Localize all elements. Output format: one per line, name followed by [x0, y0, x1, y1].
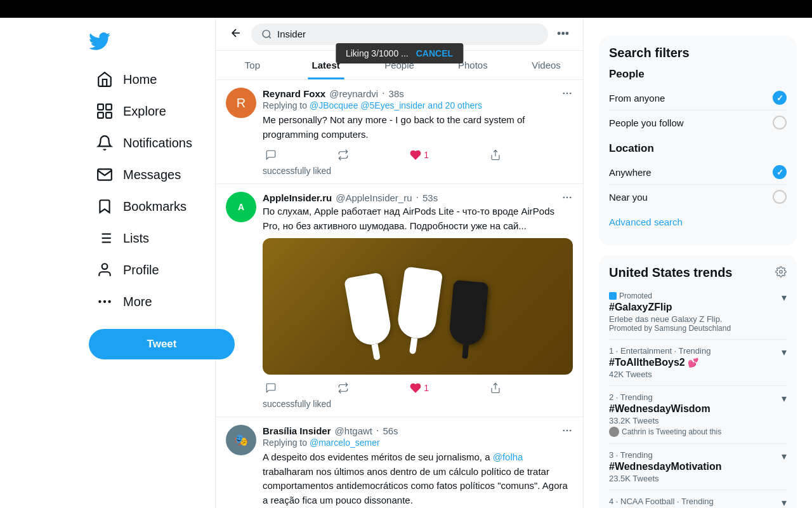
- trend-item-4[interactable]: 3 · Trending #WednesdayMotivation 23.5K …: [609, 444, 787, 490]
- tweet-actions-2: 1: [263, 380, 504, 396]
- sidebar-item-bookmarks[interactable]: Bookmarks: [89, 192, 215, 221]
- tweet-handle-1: @reynardvi: [329, 88, 378, 99]
- sidebar: Home Explore Notifications Messages Book…: [0, 0, 216, 508]
- svg-point-19: [570, 93, 572, 94]
- mail-icon: [96, 166, 113, 183]
- more-options-button[interactable]: •••: [553, 23, 573, 44]
- tweet-actions-1: 1: [263, 147, 504, 163]
- filter-anywhere[interactable]: Anywhere: [609, 160, 787, 185]
- trends-section: United States trends Promoted #GalaxyZFl…: [599, 255, 797, 508]
- svg-point-13: [99, 301, 100, 302]
- trend-item-3[interactable]: 2 · Trending #WednesdayWisdom 33.2K Twee…: [609, 386, 787, 444]
- svg-point-12: [109, 301, 110, 302]
- svg-rect-3: [106, 112, 112, 118]
- tweet-liked-status-1: successfully liked: [263, 166, 573, 176]
- tab-top[interactable]: Top: [216, 51, 289, 79]
- tweet-body-2: AppleInsider.ru @AppleInsider_ru · 53s П…: [263, 192, 573, 409]
- filter-people-you-follow-label: People you follow: [609, 117, 684, 128]
- sidebar-item-explore[interactable]: Explore: [89, 97, 215, 126]
- filter-people-you-follow[interactable]: People you follow: [609, 110, 787, 135]
- filter-anywhere-label: Anywhere: [609, 167, 652, 178]
- tweet-reply-handle-1[interactable]: @JBocquee @5Eyes_insider and 20 others: [310, 100, 482, 110]
- svg-point-32: [780, 270, 783, 273]
- tab-videos[interactable]: Videos: [509, 51, 583, 79]
- airpod-white-2: [396, 266, 443, 340]
- tweet-header-2: AppleInsider.ru @AppleInsider_ru · 53s: [263, 192, 573, 203]
- trend-avatar-3: [609, 427, 619, 437]
- svg-point-15: [263, 30, 270, 37]
- trends-title: United States trends: [609, 265, 732, 280]
- search-input-wrap: [251, 23, 548, 45]
- like-cancel-button[interactable]: CANCEL: [416, 48, 453, 58]
- twitter-logo[interactable]: [89, 30, 110, 55]
- svg-point-22: [566, 197, 568, 198]
- tweet-share-button-2[interactable]: [487, 380, 504, 396]
- trend-tweets-3: 33.2K Tweets: [609, 416, 787, 425]
- trend-chevron-1[interactable]: ▾: [782, 291, 787, 304]
- sidebar-item-label-bookmarks: Bookmarks: [123, 199, 187, 214]
- svg-point-28: [563, 430, 565, 431]
- sidebar-item-lists[interactable]: Lists: [89, 224, 215, 253]
- svg-point-24: [563, 197, 565, 198]
- sidebar-item-home[interactable]: Home: [89, 65, 215, 94]
- tweet-reply-handle-3[interactable]: @marcelo_semer: [310, 438, 380, 448]
- settings-icon[interactable]: [775, 266, 787, 280]
- trend-chevron-3[interactable]: ▾: [782, 392, 787, 404]
- trend-chevron-2[interactable]: ▾: [782, 346, 787, 358]
- bookmark-icon: [96, 198, 113, 215]
- trend-chevron-5[interactable]: ▾: [782, 497, 787, 508]
- tweet-more-button-2[interactable]: [561, 192, 573, 206]
- filter-people-you-follow-check[interactable]: [773, 116, 787, 130]
- tweet-text-1: Me personally? Not any more - I go back …: [263, 113, 573, 142]
- tweet-time-1: 38s: [389, 88, 404, 99]
- search-input[interactable]: [277, 29, 538, 39]
- filter-people-label: People: [609, 68, 787, 81]
- tweet-more-button-1[interactable]: [561, 88, 573, 102]
- tweet-reply-button-1[interactable]: [263, 147, 279, 163]
- filter-near-you-check[interactable]: [773, 190, 787, 204]
- sidebar-item-more[interactable]: More: [89, 287, 215, 316]
- tweet-link-folha[interactable]: @folha: [493, 451, 523, 462]
- trend-meta-5: 4 · NCAA Football · Trending: [609, 497, 787, 506]
- bell-icon: [96, 135, 113, 151]
- trend-promoted-badge: Promoted: [609, 291, 787, 300]
- svg-point-10: [102, 264, 108, 269]
- trend-promoted-label: Promoted: [619, 291, 652, 300]
- filter-from-anyone[interactable]: From anyone: [609, 86, 787, 110]
- tweet-retweet-button-1[interactable]: [335, 147, 351, 163]
- trend-item-1[interactable]: Promoted #GalaxyZFlip Erlebe das neue Ga…: [609, 285, 787, 340]
- trend-item-5[interactable]: 4 · NCAA Football · Trending Mel Tucker …: [609, 490, 787, 508]
- tweet-2: A AppleInsider.ru @AppleInsider_ru · 53s…: [216, 184, 583, 417]
- advanced-search-link[interactable]: Advanced search: [609, 209, 787, 235]
- tweet-avatar-2: A: [226, 192, 256, 222]
- filter-near-you[interactable]: Near you: [609, 185, 787, 209]
- trend-hashtag-1: #GalaxyZFlip: [609, 302, 787, 313]
- sidebar-item-label-home: Home: [123, 72, 157, 87]
- tweet-retweet-button-2[interactable]: [335, 380, 351, 396]
- trend-meta-4: 3 · Trending: [609, 450, 787, 460]
- svg-rect-0: [98, 104, 103, 110]
- tweet-text-3: A despeito dos evidentes méritos de seu …: [263, 450, 573, 507]
- svg-line-16: [269, 36, 271, 38]
- tweet-like-button-2[interactable]: 1: [407, 380, 431, 396]
- svg-point-26: [566, 430, 568, 431]
- sidebar-item-profile[interactable]: Profile: [89, 255, 215, 284]
- tweet-header-3: Brasília Insider @htgawt · 56s: [263, 425, 573, 436]
- tweet-more-button-3[interactable]: [561, 425, 573, 439]
- tweet-reply-to-1: Replying to @JBocquee @5Eyes_insider and…: [263, 100, 573, 110]
- trend-item-2[interactable]: 1 · Entertainment · Trending #ToAlltheBo…: [609, 340, 787, 386]
- filter-from-anyone-check[interactable]: [773, 91, 787, 105]
- tweet-like-button-1[interactable]: 1: [407, 147, 431, 163]
- filter-anywhere-check[interactable]: [773, 165, 787, 179]
- tweet-1: R Reynard Foxx @reynardvi · 38s Replying…: [216, 80, 583, 184]
- back-button[interactable]: [226, 23, 246, 45]
- filter-section-people: People From anyone People you follow: [609, 68, 787, 135]
- tweet-share-button-1[interactable]: [487, 147, 504, 163]
- trend-chevron-4[interactable]: ▾: [782, 450, 787, 462]
- tweet-like-count-2: 1: [424, 383, 429, 393]
- sidebar-item-messages[interactable]: Messages: [89, 160, 215, 189]
- sidebar-item-label-notifications: Notifications: [123, 136, 192, 150]
- sidebar-item-notifications[interactable]: Notifications: [89, 128, 215, 157]
- tweet-button[interactable]: Tweet: [89, 329, 235, 359]
- tweet-reply-button-2[interactable]: [263, 380, 279, 396]
